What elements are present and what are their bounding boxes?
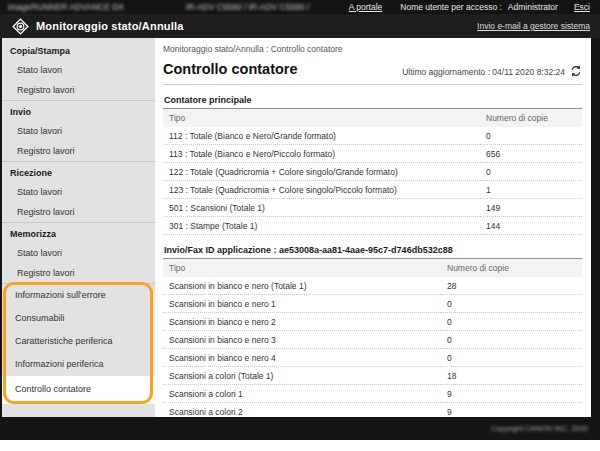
- table-row: 112 : Totale (Bianco e Nero/Grande forma…: [163, 127, 582, 145]
- main-counter-table: Tipo Numero di copie 112 : Totale (Bianc…: [163, 109, 582, 235]
- counter-type: 112 : Totale (Bianco e Nero/Grande forma…: [163, 127, 480, 145]
- sidebar-section-copia-stampa: Copia/Stampa Stato lavori Registro lavor…: [2, 40, 155, 100]
- counter-value: 0: [441, 349, 582, 367]
- bottom-margin: [0, 440, 600, 451]
- counter-value: 9: [441, 385, 582, 403]
- table-header-row: Tipo Numero di copie: [163, 259, 582, 277]
- counter-value: 149: [480, 199, 582, 217]
- counter-value: 18: [441, 367, 582, 385]
- counter-type: Scansioni in bianco e nero 4: [163, 349, 441, 367]
- login-user-label: Nome utente per accesso :: [400, 2, 502, 12]
- sidebar-item-informazioni-periferica[interactable]: Informazioni periferica: [2, 353, 155, 376]
- last-update-text: Ultimo aggiornamento : 04/11 2020 8:32:2…: [402, 67, 565, 77]
- device-name: imageRUNNER ADVANCE DX: [8, 2, 124, 12]
- counter-type: Scansioni in bianco e nero 1: [163, 295, 441, 313]
- counter-type: Scansioni a colori (Totale 1): [163, 367, 441, 385]
- sidebar-section-label: Ricezione: [2, 162, 155, 182]
- counter-type: Scansioni a colori 1: [163, 385, 441, 403]
- table-row: Scansioni a colori 19: [163, 385, 582, 403]
- counter-type: Scansioni in bianco e nero 2: [163, 313, 441, 331]
- login-user-value: Administrator: [508, 2, 558, 12]
- table-header-row: Tipo Numero di copie: [163, 109, 582, 127]
- sidebar-section-ricezione: Ricezione Stato lavori Registro lavori: [2, 161, 155, 222]
- page-app-title: Monitoraggio stato/Annulla: [36, 20, 184, 32]
- sendfax-app-id-heading: Invio/Fax ID applicazione : ae53008a-aa8…: [163, 245, 582, 259]
- content-row: Copia/Stampa Stato lavori Registro lavor…: [0, 38, 600, 417]
- table-row: 123 : Totale (Quadricromia + Colore sing…: [163, 181, 582, 199]
- remote-ui-window: imageRUNNER ADVANCE DX iR-ADV C5560 / iR…: [0, 0, 600, 451]
- sidebar-item-informazioni-errore[interactable]: Informazioni sull'errore: [2, 284, 155, 307]
- copyright-text: Copyright CANON INC. 2020: [491, 424, 588, 433]
- counter-value: 656: [480, 145, 582, 163]
- main-counter-heading: Contatore principale: [163, 95, 582, 109]
- sidebar-section-memorizza: Memorizza Stato lavori Registro lavori: [2, 222, 155, 283]
- portal-link[interactable]: A portale: [349, 2, 383, 12]
- sidebar-item-invio-stato-lavori[interactable]: Stato lavori: [2, 121, 155, 141]
- counter-value: 0: [441, 331, 582, 349]
- sidebar-section-label: Invio: [2, 101, 155, 121]
- table-row: Scansioni in bianco e nero 10: [163, 295, 582, 313]
- sendfax-counter-table: Tipo Numero di copie Scansioni in bianco…: [163, 259, 582, 417]
- sidebar-item-copia-stato-lavori[interactable]: Stato lavori: [2, 60, 155, 80]
- sidebar-item-invio-registro-lavori[interactable]: Registro lavori: [2, 141, 155, 161]
- sidebar-device-group: Informazioni sull'errore Consumabili Car…: [2, 283, 155, 404]
- footer-bar: Copyright CANON INC. 2020: [0, 417, 600, 440]
- breadcrumb: Monitoraggio stato/Annulla : Controllo c…: [163, 44, 582, 54]
- sidebar: Copia/Stampa Stato lavori Registro lavor…: [2, 38, 155, 417]
- table-row: 122 : Totale (Quadricromia + Colore sing…: [163, 163, 582, 181]
- counter-type: Scansioni in bianco e nero 3: [163, 331, 441, 349]
- logout-link[interactable]: Esci: [574, 2, 590, 12]
- col-header-tipo: Tipo: [163, 109, 480, 127]
- table-row: Scansioni in bianco e nero 20: [163, 313, 582, 331]
- sidebar-item-controllo-contatore[interactable]: Controllo contatore: [2, 376, 155, 404]
- table-row: 501 : Scansioni (Totale 1)149: [163, 199, 582, 217]
- app-header: Monitoraggio stato/Annulla Invio e-mail …: [0, 14, 600, 38]
- sidebar-item-copia-registro-lavori[interactable]: Registro lavori: [2, 80, 155, 100]
- counter-value: 0: [441, 313, 582, 331]
- sidebar-item-memorizza-registro-lavori[interactable]: Registro lavori: [2, 263, 155, 283]
- table-row: Scansioni in bianco e nero (Totale 1)28: [163, 277, 582, 295]
- counter-type: 501 : Scansioni (Totale 1): [163, 199, 480, 217]
- table-row: Scansioni in bianco e nero 40: [163, 349, 582, 367]
- counter-value: 28: [441, 277, 582, 295]
- sidebar-section-label: Memorizza: [2, 223, 155, 243]
- table-row: 113 : Totale (Bianco e Nero/Piccolo form…: [163, 145, 582, 163]
- sidebar-section-label: Copia/Stampa: [2, 40, 155, 60]
- counter-value: 0: [441, 295, 582, 313]
- system-topbar: imageRUNNER ADVANCE DX iR-ADV C5560 / iR…: [0, 0, 600, 14]
- col-header-tipo: Tipo: [163, 259, 441, 277]
- page-title: Controllo contatore: [163, 61, 298, 77]
- table-row: 301 : Stampe (Totale 1)144: [163, 217, 582, 235]
- table-row: Scansioni a colori 29: [163, 403, 582, 418]
- window-right-edge: [591, 38, 600, 417]
- col-header-copie: Numero di copie: [480, 109, 582, 127]
- mail-to-admin-link[interactable]: Invio e-mail a gestore sistema: [477, 21, 590, 31]
- refresh-icon[interactable]: [570, 65, 582, 77]
- sidebar-item-consumabili[interactable]: Consumabili: [2, 307, 155, 330]
- title-row: Controllo contatore Ultimo aggiornamento…: [163, 61, 582, 85]
- counter-type: Scansioni a colori 2: [163, 403, 441, 418]
- table-row: Scansioni a colori (Totale 1)18: [163, 367, 582, 385]
- main-content: Monitoraggio stato/Annulla : Controllo c…: [155, 38, 591, 417]
- counter-type: 123 : Totale (Quadricromia + Colore sing…: [163, 181, 480, 199]
- counter-value: 144: [480, 217, 582, 235]
- sidebar-item-memorizza-stato-lavori[interactable]: Stato lavori: [2, 243, 155, 263]
- counter-type: 301 : Stampe (Totale 1): [163, 217, 480, 235]
- table-row: Scansioni in bianco e nero 30: [163, 331, 582, 349]
- counter-type: 113 : Totale (Bianco e Nero/Piccolo form…: [163, 145, 480, 163]
- device-model: iR-ADV C5560 / iR-ADV C5560 /: [186, 2, 309, 12]
- counter-value: 1: [480, 181, 582, 199]
- sidebar-section-invio: Invio Stato lavori Registro lavori: [2, 100, 155, 161]
- counter-type: Scansioni in bianco e nero (Totale 1): [163, 277, 441, 295]
- remote-ui-logo-icon: [12, 18, 29, 35]
- counter-type: 122 : Totale (Quadricromia + Colore sing…: [163, 163, 480, 181]
- sidebar-item-ricezione-stato-lavori[interactable]: Stato lavori: [2, 182, 155, 202]
- counter-value: 9: [441, 403, 582, 418]
- col-header-copie: Numero di copie: [441, 259, 582, 277]
- sidebar-item-ricezione-registro-lavori[interactable]: Registro lavori: [2, 202, 155, 222]
- counter-value: 0: [480, 127, 582, 145]
- sidebar-item-caratteristiche-periferica[interactable]: Caratteristiche periferica: [2, 330, 155, 353]
- counter-value: 0: [480, 163, 582, 181]
